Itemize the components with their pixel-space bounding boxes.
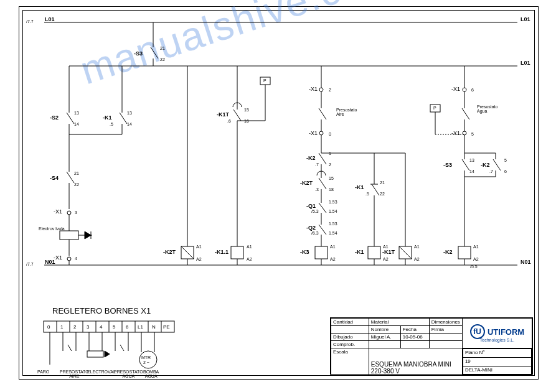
lbl-k2t-a2: A2	[196, 257, 202, 261]
lbl-5-5: /5.5	[470, 264, 478, 269]
lbl-k1tcoil-a1: A1	[414, 245, 420, 249]
term-1: 1	[60, 324, 64, 330]
lbl-k1aux-ref: .5	[110, 122, 113, 126]
lbl-k11-a2: A2	[247, 257, 252, 261]
lbl-k1t: -K1T	[217, 111, 229, 118]
lbl-q2-t2: 1.54	[329, 231, 337, 235]
term-4: 4	[100, 324, 103, 330]
lbl-x1-2-t: 2	[329, 88, 331, 92]
bus-l01-left: L01	[45, 16, 55, 22]
lbl-k3: -K3	[300, 249, 309, 255]
lbl-q1-t2: 1.54	[329, 209, 337, 213]
lbl-k2-ref: .7	[315, 162, 319, 167]
lbl-s4-t2: 22	[74, 182, 79, 187]
svg-rect-101	[87, 351, 103, 357]
svg-line-4	[151, 47, 158, 58]
tb-lbl-pres-aire: PRESOSTATO AIRE	[60, 370, 89, 378]
svg-line-22	[120, 113, 127, 124]
lbl-presostato-aire: Presostato Aire	[336, 108, 357, 116]
lbl-q2: -Q2	[306, 225, 316, 231]
lbl-electroval: Electrov lvula	[39, 226, 65, 231]
svg-line-78	[493, 159, 501, 170]
bus-l01-right-2: L01	[521, 60, 530, 66]
lbl-k2tc-t2: 18	[329, 187, 334, 192]
lbl-k2coil: -K2	[443, 249, 453, 255]
term-0: 0	[47, 324, 50, 330]
lbl-k3-a2: A2	[330, 257, 336, 261]
logo-name: UTIFORM	[488, 327, 524, 337]
tb-project: DELTA-MINI	[463, 366, 531, 375]
lbl-q1-ref: /5.3	[311, 209, 319, 213]
lbl-k2b: -K2	[481, 162, 490, 168]
lbl-k11: -K1.1	[215, 249, 229, 255]
svg-point-42	[319, 131, 323, 135]
svg-rect-52	[315, 246, 327, 259]
term-2: 2	[73, 324, 77, 330]
tb-comprob: Comprob.	[331, 341, 369, 348]
tb-firma: Firma	[429, 326, 462, 334]
lbl-k2tc: -K2T	[300, 180, 313, 186]
lbl-x1-0-t: 0	[329, 132, 331, 136]
bus-n01-right: N01	[521, 259, 531, 265]
lbl-k11-a1: A1	[247, 245, 252, 249]
svg-line-73	[462, 159, 469, 170]
ref-7-7-top: /7.7	[26, 19, 34, 24]
lbl-k2b-ref: .7	[489, 169, 493, 174]
tb-lbl-paro: PARO	[37, 370, 49, 374]
lbl-presostato-agua: Presostato Agua	[477, 105, 497, 113]
svg-line-40	[319, 108, 326, 119]
lbl-p1: P	[263, 78, 266, 83]
svg-point-67	[463, 88, 466, 91]
svg-line-10	[67, 172, 74, 183]
lbl-q1: -Q1	[306, 203, 316, 209]
svg-line-105	[120, 345, 124, 351]
svg-line-46	[319, 178, 326, 189]
lbl-x1-6-t: 6	[471, 88, 474, 92]
svg-line-63	[399, 246, 412, 259]
lbl-q2-t1: 1.53	[329, 222, 337, 226]
tb-dimensiones: Dimensiones	[429, 319, 462, 326]
lbl-p2: P	[433, 106, 436, 110]
tb-escala: Escala	[331, 348, 369, 376]
lbl-s3-t1: 21	[160, 46, 165, 50]
lbl-k2-t2: 2	[329, 162, 331, 167]
tb-plano-no: Plano Nº	[463, 349, 531, 358]
bus-l01-right: L01	[521, 16, 530, 22]
lbl-k1nc: -K1	[355, 184, 364, 190]
lbl-x1-2-name: -X1	[309, 86, 318, 92]
svg-line-8	[67, 113, 74, 124]
term-5: 5	[113, 324, 116, 330]
tb-lbl-pres-agua: PRESOSTATO AGUA	[114, 370, 143, 378]
tb-lbl-electroval: ELECTROVAL.	[87, 370, 117, 374]
term-n: N	[152, 324, 156, 330]
lbl-k1nc-t2: 22	[380, 192, 385, 196]
lbl-k2t: -K2T	[163, 249, 176, 255]
term-3: 3	[87, 324, 90, 330]
svg-line-48	[319, 203, 326, 213]
svg-point-108	[139, 351, 157, 368]
lbl-k2coil-a1: A1	[473, 245, 479, 249]
tb-cantidad: Cantidad	[331, 319, 369, 326]
lbl-s4-t1: 21	[74, 171, 79, 175]
svg-line-55	[372, 184, 379, 195]
tb-lbl-bomba: BOMBA AGUA	[143, 370, 159, 378]
lbl-k2b-t2: 6	[504, 169, 507, 174]
lbl-s2-t1: 13	[74, 111, 79, 115]
term-l1: L1	[138, 324, 143, 330]
lbl-s2: -S2	[50, 114, 59, 121]
lbl-k3-a1: A1	[330, 245, 336, 249]
svg-rect-32	[231, 246, 243, 259]
lbl-q2-ref: /6.3	[311, 231, 319, 235]
tb-material: Material	[369, 319, 429, 326]
lbl-k2b-t1: 5	[504, 158, 507, 162]
lbl-k1nc-t1: 21	[380, 180, 385, 185]
lbl-x1-6-name: -X1	[451, 86, 460, 92]
logo-icon: fU	[470, 324, 485, 339]
lbl-k1t-t1: 15	[244, 108, 249, 112]
lbl-x1-0-name: -X1	[309, 130, 318, 136]
lbl-k1aux: -K1	[103, 114, 112, 121]
lbl-x1-3-name: -X1	[54, 208, 62, 215]
ref-7-7-bot: /7.7	[26, 262, 34, 266]
lbl-x1-4-t: 4	[75, 256, 77, 261]
svg-line-98	[68, 345, 72, 351]
